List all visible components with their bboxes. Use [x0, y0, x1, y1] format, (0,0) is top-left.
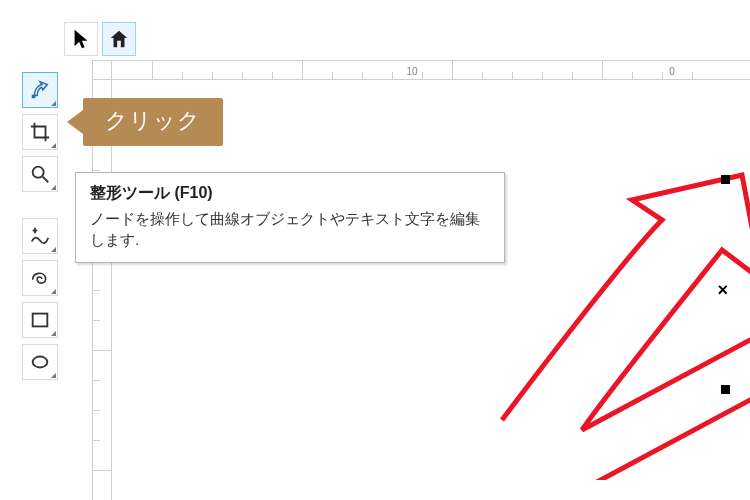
ellipse-tool-button[interactable] [22, 344, 58, 380]
svg-point-6 [33, 357, 48, 368]
rectangle-tool-button[interactable] [22, 302, 58, 338]
svg-rect-5 [33, 314, 48, 327]
topbar [64, 22, 136, 56]
cursor-icon [70, 28, 92, 50]
selection-handle[interactable] [721, 175, 730, 184]
flyout-indicator-icon [51, 331, 56, 336]
spiral-icon [29, 267, 51, 289]
flyout-indicator-icon [51, 289, 56, 294]
pick-tool-button[interactable] [64, 22, 98, 56]
curve-object[interactable] [462, 120, 750, 480]
flyout-indicator-icon [51, 185, 56, 190]
callout-text: クリック [105, 108, 201, 133]
ellipse-icon [29, 351, 51, 373]
tooltip-body: ノードを操作して曲線オブジェクトやテキスト文字を編集します. [90, 208, 490, 250]
flyout-indicator-icon [51, 101, 56, 106]
crop-icon [29, 121, 51, 143]
home-button[interactable] [102, 22, 136, 56]
shape-node-icon [29, 79, 51, 101]
ruler-label: 10 [406, 66, 417, 77]
crop-tool-button[interactable] [22, 114, 58, 150]
ruler-origin[interactable] [92, 60, 112, 80]
svg-rect-0 [32, 95, 36, 99]
selection-handle-mid[interactable]: × [717, 280, 728, 301]
flyout-indicator-icon [51, 247, 56, 252]
freehand-tool-button[interactable] [22, 218, 58, 254]
zoom-tool-button[interactable] [22, 156, 58, 192]
selection-handle[interactable] [721, 385, 730, 394]
flyout-indicator-icon [51, 143, 56, 148]
annotation-callout: クリック [83, 98, 223, 146]
shape-tool-button[interactable] [22, 72, 58, 108]
ruler-label: 0 [669, 66, 675, 77]
home-icon [108, 28, 130, 50]
freehand-icon [29, 225, 51, 247]
toolbox [22, 24, 62, 380]
rectangle-icon [29, 309, 51, 331]
horizontal-ruler[interactable]: 10 0 [112, 60, 750, 80]
svg-line-2 [43, 177, 49, 183]
flyout-indicator-icon [51, 373, 56, 378]
tool-tooltip: 整形ツール (F10) ノードを操作して曲線オブジェクトやテキスト文字を編集しま… [75, 172, 505, 263]
tooltip-title: 整形ツール (F10) [90, 183, 490, 204]
svg-point-1 [33, 167, 44, 178]
magnifier-icon [29, 163, 51, 185]
spiral-tool-button[interactable] [22, 260, 58, 296]
